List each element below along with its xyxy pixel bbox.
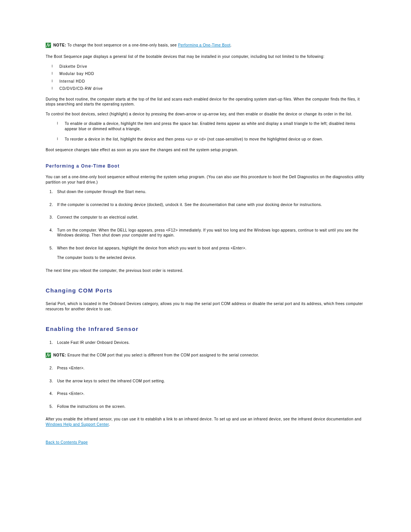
link-one-time-boot[interactable]: Performing a One-Time Boot [178, 43, 231, 47]
ir-outro-after: . [109, 422, 110, 427]
one-time-steps: Shut down the computer through the Start… [46, 189, 365, 260]
list-item: To enable or disable a device, highlight… [51, 121, 365, 131]
intro-paragraph: The Boot Sequence page displays a genera… [46, 54, 365, 59]
note-label: NOTE: [53, 353, 66, 357]
note-2: NOTE: Ensure that the COM port that you … [46, 353, 365, 358]
com-para: Serial Port, which is located in the Onb… [46, 301, 365, 312]
note-icon [46, 353, 51, 358]
heading-infrared: Enabling the Infrared Sensor [46, 325, 365, 333]
one-time-outro: The next time you reboot the computer, t… [46, 268, 365, 273]
step-item: Connect the computer to an electrical ou… [46, 215, 365, 220]
step-5-text: When the boot device list appears, highl… [57, 246, 247, 250]
step-item: Shut down the computer through the Start… [46, 189, 365, 195]
list-item: Internal HDD [46, 79, 365, 84]
back-link-container: Back to Contents Page [46, 440, 365, 445]
boot-sub-list: To enable or disable a device, highlight… [51, 121, 365, 142]
note-2-body: Ensure that the COM port that you select… [66, 353, 259, 357]
boot-para-1: During the boot routine, the computer st… [46, 97, 365, 107]
boot-para-2: To control the boot devices, select (hig… [46, 112, 365, 117]
boot-para-3: Boot sequence changes take effect as soo… [46, 147, 365, 153]
note-1-before: To change the boot sequence on a one-tim… [66, 43, 178, 47]
note-1: NOTE: To change the boot sequence on a o… [46, 43, 365, 48]
step-item: Press <Enter>. [46, 366, 365, 371]
step-item: If the computer is connected to a dockin… [46, 202, 365, 208]
step-item: Use the arrow keys to select the infrare… [46, 379, 365, 384]
step-item: Follow the instructions on the screen. [46, 404, 365, 409]
ir-steps-after: Press <Enter>. Use the arrow keys to sel… [46, 366, 365, 409]
step-item: Locate Fast IR under Onboard Devices. [46, 340, 365, 345]
heading-com-ports: Changing COM Ports [46, 287, 365, 294]
list-item: Diskette Drive [46, 64, 365, 69]
note-1-text: NOTE: To change the boot sequence on a o… [53, 43, 232, 48]
device-list: Diskette Drive Modular bay HDD Internal … [46, 64, 365, 91]
note-icon [46, 43, 51, 48]
one-time-intro: You can set a one-time-only boot sequenc… [46, 174, 365, 185]
ir-outro-before: After you enable the infrared sensor, yo… [46, 417, 362, 421]
note-1-after: . [231, 43, 232, 47]
link-back-contents[interactable]: Back to Contents Page [46, 440, 88, 444]
list-item: To reorder a device in the list, highlig… [51, 137, 365, 142]
step-5-sub: The computer boots to the selected devic… [57, 255, 365, 260]
heading-one-time-boot: Performing a One-Time Boot [46, 163, 365, 169]
link-windows-help[interactable]: Windows Help and Support Center [46, 422, 109, 427]
note-2-text: NOTE: Ensure that the COM port that you … [53, 353, 259, 358]
ir-steps-before: Locate Fast IR under Onboard Devices. [46, 340, 365, 345]
ir-outro: After you enable the infrared sensor, yo… [46, 417, 365, 427]
page-content: NOTE: To change the boot sequence on a o… [0, 0, 411, 532]
list-item: CD/DVD/CD-RW drive [46, 86, 365, 91]
list-item: Modular bay HDD [46, 71, 365, 77]
step-item: When the boot device list appears, highl… [46, 246, 365, 260]
step-item: Turn on the computer. When the DELL logo… [46, 228, 365, 238]
step-item: Press <Enter>. [46, 391, 365, 396]
note-label: NOTE: [53, 43, 66, 47]
